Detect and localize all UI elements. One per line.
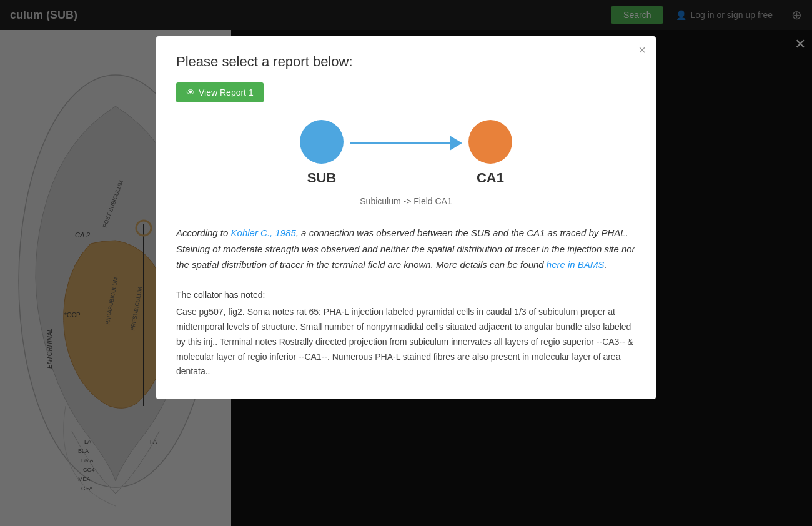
connection-arrow (350, 136, 462, 151)
connection-subtitle: Subiculum -> Field CA1 (360, 196, 452, 206)
view-report-1-button[interactable]: 👁 View Report 1 (176, 82, 264, 102)
reference-link[interactable]: Kohler C., 1985 (231, 227, 296, 238)
description-part1: According to (176, 227, 231, 238)
description-end: . (604, 259, 607, 270)
modal-close-button[interactable]: × (638, 44, 646, 56)
collator-section: The collator has noted: Case pg507, fig2… (176, 288, 636, 380)
connection-diagram: SUB CA1 Subiculum -> Field CA1 (176, 120, 636, 206)
report-selection-modal: × Please select a report below: 👁 View R… (156, 36, 656, 399)
source-node-group: SUB (300, 120, 344, 186)
arrow-line (350, 142, 450, 144)
eye-icon: 👁 (186, 87, 195, 97)
bams-link[interactable]: here in BAMS (547, 259, 605, 270)
description-text: According to Kohler C., 1985, a connecti… (176, 225, 636, 273)
target-node-group: CA1 (468, 120, 512, 186)
target-node-circle (468, 120, 512, 164)
connection-nodes: SUB CA1 (300, 120, 512, 186)
target-node-label: CA1 (477, 170, 504, 186)
collator-text: Case pg507, fig2. Soma notes rat 65: PHA… (176, 305, 636, 379)
modal-overlay: × Please select a report below: 👁 View R… (0, 0, 812, 526)
modal-title: Please select a report below: (176, 54, 636, 70)
arrow-head (450, 136, 462, 151)
collator-title: The collator has noted: (176, 288, 636, 303)
source-node-circle (300, 120, 344, 164)
source-node-label: SUB (307, 170, 336, 186)
